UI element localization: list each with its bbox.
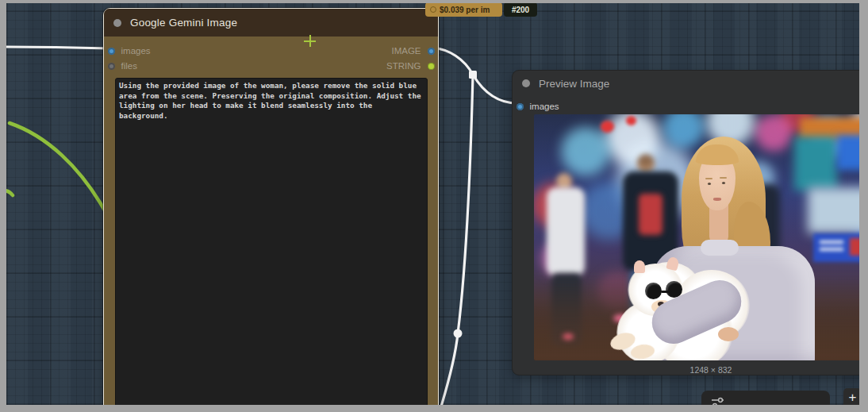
output-label-image: IMAGE: [391, 46, 421, 56]
stall-teal-sign: [794, 137, 837, 191]
add-button[interactable]: +: [843, 388, 859, 405]
bottom-toolbar[interactable]: [701, 391, 830, 405]
collapse-dot-icon[interactable]: [113, 19, 121, 27]
woman-brow: [705, 178, 712, 179]
stall-blue-sign: [837, 135, 859, 170]
dog-sunglasses-bridge: [661, 291, 672, 293]
floor-spot: [563, 333, 574, 340]
sliders-icon[interactable]: [711, 397, 724, 406]
gemini-image-node[interactable]: $0.039 per im #200 Google Gemini Image i…: [103, 8, 439, 405]
plus-icon: +: [849, 390, 857, 405]
input-port-files[interactable]: files: [108, 61, 137, 71]
output-dot-image[interactable]: [428, 48, 435, 55]
price-badge: $0.039 per im: [425, 3, 502, 17]
input-port-images[interactable]: images: [108, 46, 151, 56]
preview-node-header[interactable]: Preview Image: [513, 71, 859, 96]
woman-eye: [722, 182, 725, 184]
node-id-badge: #200: [504, 3, 537, 17]
crosshair-icon: [304, 35, 316, 47]
woman-hand: [718, 327, 739, 341]
stall-banner: [813, 233, 859, 262]
bystander2-head: [637, 154, 655, 173]
preview-node-title: Preview Image: [539, 78, 609, 90]
preview-image-node[interactable]: Preview Image images: [512, 70, 859, 375]
stall-counter: [808, 187, 859, 233]
coin-icon: [430, 6, 436, 13]
output-dot-string[interactable]: [428, 63, 435, 70]
banner-text-lines: [820, 241, 843, 244]
node-id-label: #200: [512, 6, 529, 14]
node-editor-canvas[interactable]: $0.039 per im #200 Google Gemini Image i…: [6, 3, 859, 405]
woman-lips: [713, 198, 721, 201]
gemini-node-header[interactable]: Google Gemini Image: [104, 9, 438, 37]
output-port-string[interactable]: STRING: [386, 61, 434, 71]
lantern: [601, 121, 614, 133]
prompt-textarea[interactable]: Using the provided image of the woman, p…: [115, 78, 428, 405]
input-dot-images[interactable]: [108, 48, 115, 55]
dog-sunglasses-lens: [645, 283, 662, 299]
preview-photo: [534, 114, 859, 360]
image-dimensions-label: 1248 × 832: [513, 365, 859, 375]
input-dot-images[interactable]: [517, 103, 524, 110]
woman-brow: [720, 177, 727, 179]
link-green-stub: [6, 191, 13, 195]
price-badge-label: $0.039 per im: [440, 6, 490, 14]
input-label-images: images: [530, 102, 559, 111]
banner-red-box: [850, 238, 859, 256]
port-row-1: images IMAGE: [104, 44, 438, 58]
input-dot-files[interactable]: [108, 63, 115, 70]
input-port-images-preview[interactable]: images: [517, 102, 559, 111]
input-label-files: files: [121, 61, 137, 71]
port-row-2: files STRING: [104, 59, 438, 73]
lantern: [626, 116, 636, 125]
bystander-body: [547, 187, 585, 276]
woman-neck: [709, 205, 728, 245]
link-to-preview: [473, 75, 517, 103]
output-port-image[interactable]: IMAGE: [391, 46, 434, 56]
link-images-in: [6, 47, 110, 48]
sweatshirt-collar: [701, 240, 739, 256]
woman-eye: [708, 183, 711, 185]
output-label-string: STRING: [386, 61, 421, 71]
input-label-images: images: [121, 46, 151, 56]
reroute-node[interactable]: [469, 71, 477, 79]
collapse-dot-icon[interactable]: [522, 79, 530, 87]
link-down: [441, 75, 473, 405]
dog-ear: [634, 260, 645, 273]
gemini-node-title: Google Gemini Image: [130, 17, 237, 29]
link-midpoint-dot[interactable]: [454, 329, 463, 338]
bystander2-shirt: [639, 194, 663, 235]
link-green: [10, 123, 109, 219]
